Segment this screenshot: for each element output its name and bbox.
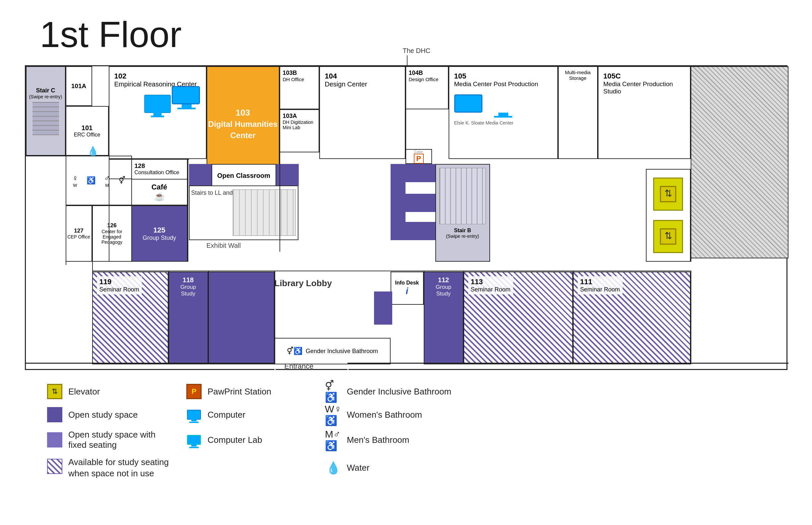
room-102-number: 102 xyxy=(114,72,201,80)
room-103a-number: 103A xyxy=(283,112,316,120)
room-118: 118 Group Study xyxy=(169,272,208,364)
entrance-gap-left xyxy=(275,363,276,372)
room-112: 112 Group Study xyxy=(424,272,464,364)
vert-div-128 xyxy=(131,159,132,262)
vert-div-111-left xyxy=(573,271,574,364)
room-118-name: Group Study xyxy=(173,284,204,297)
water-legend-icon: 💧 xyxy=(326,461,341,475)
elevator-box-1: ⇅ xyxy=(653,178,683,211)
horiz-div-128-top xyxy=(131,159,188,160)
top-div-2 xyxy=(109,179,131,179)
info-icon: i xyxy=(406,286,408,297)
room-gender-bathroom: ⚥♿ Gender Inclusive Bathroom xyxy=(275,338,391,364)
accessible-icon: ♿ xyxy=(87,176,96,185)
info-desk: Info Desk i xyxy=(391,272,424,305)
open-study-fixed-legend-icon xyxy=(47,432,62,448)
room-119-number: 119 xyxy=(100,278,139,286)
legend-computer-lab-label: Computer Lab xyxy=(207,435,262,445)
room-105c: 105C Media Center Production Studio xyxy=(598,66,691,159)
legend-womens-bath-label: Women's Bathroom xyxy=(347,410,422,420)
legend-computer-lab: Computer Lab xyxy=(186,430,312,450)
page-container: 1st Floor The DHC Stair C (Swipe re-entr… xyxy=(0,0,812,493)
legend-open-study: Open study space xyxy=(46,406,172,423)
vert-div-111-right xyxy=(691,271,691,364)
legend-water-label: Water xyxy=(347,463,369,473)
vert-div-119-left xyxy=(92,271,93,364)
legend-open-study-fixed: Open study space with fixed seating xyxy=(46,430,172,450)
open-classroom: Open Classroom xyxy=(212,164,276,187)
vert-div-105c xyxy=(598,66,598,159)
cafe-label: Café xyxy=(151,183,168,192)
dhc-label: The DHC xyxy=(403,47,430,55)
mens-bath-legend-icon: M♂♿ xyxy=(325,429,342,451)
room-105-number: 105 xyxy=(454,72,552,80)
stair-b: Stair B (Swipe re-entry) xyxy=(435,164,490,262)
room-103a: 103A DH Digitization Mini Lab xyxy=(279,109,319,152)
legend-available-study-label: Available for study seating when space n… xyxy=(68,457,172,479)
gender-bath-label: Gender Inclusive Bathroom xyxy=(306,348,378,355)
mid-divider xyxy=(92,271,691,271)
legend-mens-bath-label: Men's Bathroom xyxy=(347,435,409,445)
room-113-number: 113 xyxy=(471,278,511,286)
vert-div-127 xyxy=(66,205,66,265)
gray-hatched-area xyxy=(691,66,788,258)
vert-div-104 xyxy=(319,66,320,159)
legend-water: 💧 Water xyxy=(325,457,458,479)
purple-bar-h1 xyxy=(406,164,435,182)
room-111: 111 Seminar Room xyxy=(573,272,691,364)
room-101a-number: 101A xyxy=(71,82,86,90)
room-125-name: Group Study xyxy=(143,235,176,241)
room-103b-number: 103B xyxy=(283,70,316,76)
exhibit-wall-label: Exhibit Wall xyxy=(206,242,241,250)
room-127-name: CEP Office xyxy=(67,234,90,239)
room-101-name: ERC Office xyxy=(74,132,100,138)
color-print-station: Color P xyxy=(406,149,432,164)
elevator-legend-icon: ⇅ xyxy=(47,384,62,399)
legend-pawprint-label: PawPrint Station xyxy=(207,387,271,397)
open-study-legend-icon xyxy=(47,407,62,422)
legend-mens-bath: M♂♿ Men's Bathroom xyxy=(325,430,458,450)
computer-icon-dhc xyxy=(172,86,202,109)
room-104b-name: Design Office xyxy=(409,76,445,82)
womens-bathroom-icon: ♀ W xyxy=(72,174,78,188)
elevator-box-2: ⇅ xyxy=(653,220,683,253)
room-105: 105 Media Center Post Production Elsie K… xyxy=(449,66,558,159)
vert-div-118 xyxy=(208,271,209,364)
horiz-div-icons-bot xyxy=(66,205,132,206)
pawprint-legend-icon: P xyxy=(186,384,202,399)
legend-gender-bath-label: Gender Inclusive Bathroom xyxy=(347,387,451,397)
bottom-wall-left xyxy=(26,363,275,364)
room-113-name: Seminar Room xyxy=(471,286,511,293)
bathroom-icons-area: ♀ W ♿ ♂ M ⚥ xyxy=(66,156,132,205)
stair-c: Stair C (Swipe re-entry) xyxy=(26,66,66,156)
room-105c-name: Media Center Production Studio xyxy=(604,80,685,95)
legend-computer: Computer xyxy=(186,406,312,423)
room-126-name: Center for Engaged Pedagogy xyxy=(95,229,130,245)
room-multimedia-storage: Multi-media Storage xyxy=(558,66,598,159)
floor-plan: Stair C (Swipe re-entry) 101A 101 ERC Of… xyxy=(25,65,787,370)
purple-study-block-center xyxy=(208,272,275,364)
horiz-div-icons-top xyxy=(66,156,132,156)
horiz-div-101a-bot xyxy=(66,106,109,107)
legend-elevator: ⇅ Elevator xyxy=(46,383,172,400)
room-128-number: 128 xyxy=(135,162,184,169)
entrance-gap-right xyxy=(347,363,348,372)
room-119-name: Seminar Room xyxy=(100,286,139,293)
vert-div-103 xyxy=(279,152,280,252)
vert-div-104b xyxy=(406,66,406,149)
elsie-label: Elsie K. Sloate Media Center xyxy=(454,120,552,125)
womens-bath-legend-icon: W♀♿ xyxy=(325,403,342,426)
purple-block-left xyxy=(189,164,212,185)
stair-c-sublabel: (Swipe re-entry) xyxy=(29,94,62,99)
purple-study-block-info xyxy=(374,291,392,325)
vert-div-cafe-right xyxy=(188,159,188,262)
gender-bath-legend-icon: ⚥♿ xyxy=(325,380,342,403)
elevator-area: ⇅ ⇅ xyxy=(646,169,691,262)
vert-div-left xyxy=(109,66,110,262)
room-112-number: 112 xyxy=(438,276,449,284)
room-104: 104 Design Center xyxy=(319,66,406,159)
room-103a-name: DH Digitization Mini Lab xyxy=(283,120,316,130)
horiz-div-cafe-top xyxy=(131,179,188,180)
vert-div-stair xyxy=(66,66,66,156)
room-118-number: 118 xyxy=(183,276,194,284)
